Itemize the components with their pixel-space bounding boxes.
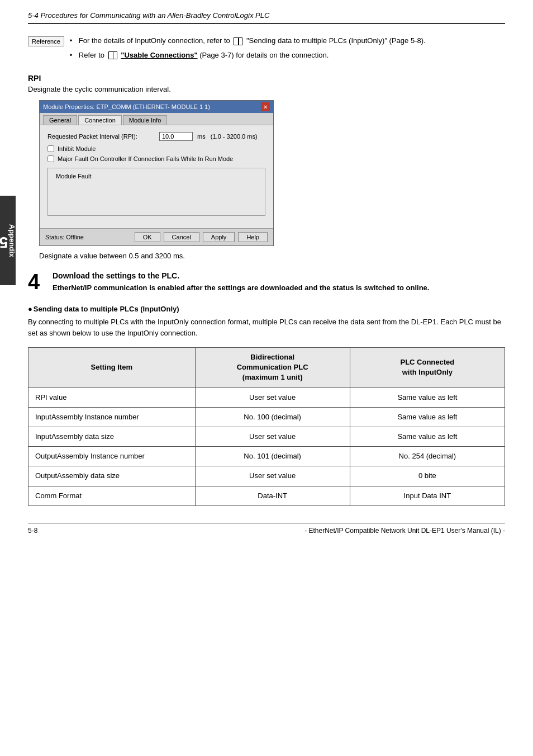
bullet2-text-before: Refer to: [79, 51, 107, 59]
table-cell-5-2: Input Data INT: [350, 486, 505, 505]
table-cell-4-0: OutputAssembly data size: [28, 466, 196, 486]
header-title: 5-4 Procedures for Communicating with an…: [28, 11, 269, 20]
step-bold-text: EtherNet/IP communication is enabled aft…: [53, 282, 429, 294]
rpi-field-row: Requested Packet Interval (RPI): ms (1.0…: [47, 132, 265, 141]
table-cell-0-1: User set value: [195, 388, 350, 407]
step4-section: 4 Download the settings to the PLC. Ethe…: [28, 271, 505, 294]
page-header: 5-4 Procedures for Communicating with an…: [28, 11, 505, 24]
table-cell-4-2: 0 bite: [350, 466, 505, 486]
table-row: OutputAssembly Instance numberNo. 101 (d…: [28, 447, 505, 466]
table-cell-3-2: No. 254 (decimal): [350, 447, 505, 466]
dialog-status: Status: Offline: [45, 234, 131, 240]
inhibit-module-checkbox[interactable]: [47, 145, 54, 152]
bullet-item-2: Refer to "Usable Connections" (Page 3-7)…: [70, 50, 505, 61]
major-fault-checkbox[interactable]: [47, 155, 54, 162]
table-row: RPI valueUser set valueSame value as lef…: [28, 388, 505, 407]
book-icon-1: [234, 37, 242, 45]
table-cell-0-0: RPI value: [28, 388, 196, 407]
table-cell-5-0: Comm Format: [28, 486, 196, 505]
book-icon-2: [108, 51, 117, 59]
major-fault-label: Major Fault On Controller If Connection …: [58, 155, 233, 162]
table-cell-2-0: InputAssembly data size: [28, 427, 196, 447]
table-cell-4-1: User set value: [195, 466, 350, 486]
page-footer: 5-8 - EtherNet/IP Compatible Network Uni…: [28, 523, 505, 535]
step-number: 4: [28, 271, 45, 294]
reference-content: For the details of InputOnly connection,…: [70, 35, 505, 64]
page-wrapper: 5 Appendix 5-4 Procedures for Communicat…: [0, 0, 533, 756]
rpi-input[interactable]: [159, 132, 193, 141]
dialog-footer: Status: Offline OK Cancel Apply Help: [40, 228, 273, 245]
table-cell-0-2: Same value as left: [350, 388, 505, 407]
inhibit-module-label: Inhibit Module: [58, 145, 96, 152]
chapter-number: 5: [0, 233, 8, 251]
table-header: Setting Item BidirectionalCommunication …: [28, 348, 505, 388]
table-cell-3-0: OutputAssembly Instance number: [28, 447, 196, 466]
step-content: Download the settings to the PLC. EtherN…: [53, 271, 429, 294]
reference-badge: Reference: [28, 36, 64, 46]
rpi-field-label: Requested Packet Interval (RPI):: [47, 133, 159, 140]
col-plc-inputonly: PLC Connectedwith InputOnly: [350, 348, 505, 388]
chapter-label: Appendix: [8, 224, 16, 257]
dialog-screenshot: Module Properties: ETP_COMM (ETHERNET- M…: [39, 100, 274, 246]
dialog-close-button[interactable]: ✕: [261, 102, 270, 111]
dialog-title: Module Properties: ETP_COMM (ETHERNET- M…: [43, 103, 210, 110]
bullet-list: For the details of InputOnly connection,…: [70, 35, 505, 60]
inhibit-module-row: Inhibit Module: [47, 145, 265, 152]
data-table: Setting Item BidirectionalCommunication …: [28, 347, 505, 506]
tab-general[interactable]: General: [43, 115, 77, 125]
rpi-description: Designate the cyclic communication inter…: [28, 85, 505, 93]
page-number: 5-8: [28, 527, 37, 535]
sending-text: By connecting to multiple PLCs with the …: [28, 316, 505, 340]
module-fault-group: Module Fault: [47, 168, 265, 216]
sending-section: Sending data to multiple PLCs (InputOnly…: [28, 305, 505, 506]
bullet1-text-before: For the details of InputOnly connection,…: [79, 36, 232, 45]
dialog-tabs: General Connection Module Info: [40, 113, 273, 125]
dialog-titlebar: Module Properties: ETP_COMM (ETHERNET- M…: [40, 101, 273, 113]
cancel-button[interactable]: Cancel: [164, 232, 199, 242]
step-title: Download the settings to the PLC.: [53, 271, 429, 280]
table-cell-1-0: InputAssembly Instance number: [28, 407, 196, 427]
rpi-section: RPI Designate the cyclic communication i…: [28, 74, 505, 260]
bullet2-link: "Usable Connections" (Page 3-7) for deta…: [121, 51, 329, 59]
table-cell-1-2: Same value as left: [350, 407, 505, 427]
designate-note: Designate a value between 0.5 and 3200 m…: [39, 252, 505, 260]
table-cell-5-1: Data-INT: [195, 486, 350, 505]
table-cell-3-1: No. 101 (decimal): [195, 447, 350, 466]
bullet-item-1: For the details of InputOnly connection,…: [70, 35, 505, 46]
sending-heading: Sending data to multiple PLCs (InputOnly…: [28, 305, 505, 313]
table-cell-2-1: User set value: [195, 427, 350, 447]
dialog-body: Requested Packet Interval (RPI): ms (1.0…: [40, 125, 273, 228]
table-cell-1-1: No. 100 (decimal): [195, 407, 350, 427]
col-setting-item: Setting Item: [28, 348, 196, 388]
table-header-row: Setting Item BidirectionalCommunication …: [28, 348, 505, 388]
tab-module-info[interactable]: Module Info: [123, 115, 167, 125]
tab-connection[interactable]: Connection: [78, 115, 122, 125]
table-cell-2-2: Same value as left: [350, 427, 505, 447]
ok-button[interactable]: OK: [135, 232, 160, 242]
rpi-unit: ms (1.0 - 3200.0 ms): [197, 133, 258, 140]
module-fault-content: [54, 183, 259, 211]
rpi-heading: RPI: [28, 74, 505, 83]
col-bidirectional: BidirectionalCommunication PLC(maximum 1…: [195, 348, 350, 388]
major-fault-row: Major Fault On Controller If Connection …: [47, 155, 265, 162]
table-row: InputAssembly data sizeUser set valueSam…: [28, 427, 505, 447]
table-row: InputAssembly Instance numberNo. 100 (de…: [28, 407, 505, 427]
table-body: RPI valueUser set valueSame value as lef…: [28, 388, 505, 505]
apply-button[interactable]: Apply: [203, 232, 235, 242]
help-button[interactable]: Help: [238, 232, 268, 242]
chapter-tab: 5 Appendix: [0, 196, 16, 285]
table-row: Comm FormatData-INTInput Data INT: [28, 486, 505, 505]
reference-section: Reference For the details of InputOnly c…: [28, 35, 505, 64]
footer-text: - EtherNet/IP Compatible Network Unit DL…: [304, 527, 505, 535]
bullet1-link: "Sending data to multiple PLCs (InputOnl…: [246, 36, 426, 45]
module-fault-title: Module Fault: [54, 173, 94, 179]
table-row: OutputAssembly data sizeUser set value0 …: [28, 466, 505, 486]
